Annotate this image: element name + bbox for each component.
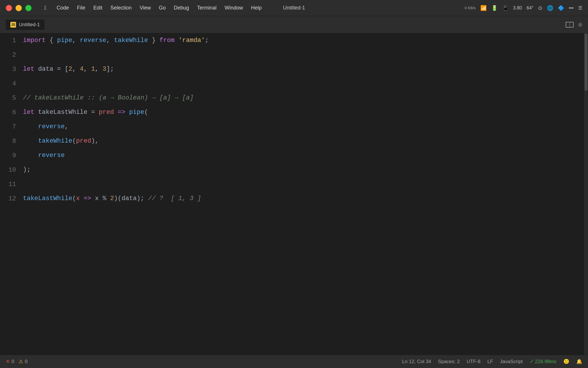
line-number: 5 (0, 95, 23, 102)
line-number: 11 (0, 181, 23, 188)
menu-file[interactable]: File (73, 4, 89, 12)
minimize-button[interactable] (16, 5, 22, 11)
battery-icon: 🔋 (491, 5, 498, 11)
table-row: 12 takeLastWhile(x => x % 2)(data); // ?… (0, 191, 588, 206)
active-tab[interactable]: JS Untitled-1 (6, 20, 45, 30)
code-content: let takeLastWhile = pred => pipe( (23, 105, 148, 120)
line-number: 1 (0, 37, 23, 44)
temp: 64° (527, 5, 533, 11)
split-editor-icon[interactable] (566, 22, 574, 28)
menu-window[interactable]: Window (220, 4, 247, 12)
maximize-button[interactable] (25, 5, 32, 11)
close-button[interactable] (6, 5, 12, 11)
line-number: 3 (0, 66, 23, 73)
menu-view[interactable]: View (136, 4, 155, 12)
tabbar-right (566, 22, 582, 28)
menu-code[interactable]: Code (53, 4, 73, 12)
line-number: 12 (0, 195, 23, 202)
titlebar-right: 0 KB/s 📶 🔋 📱 3.80 64° ⊙ 🌐 🔷 ••• ☰ (465, 5, 582, 11)
table-row: 1 import { pipe, reverse, takeWhile } fr… (0, 33, 588, 48)
table-row: 9 reverse (0, 148, 588, 163)
table-row: 5 // takeLastWhile :: (a → Boolean) → [a… (0, 91, 588, 105)
line-number: 10 (0, 166, 23, 174)
table-row: 7 reverse, (0, 120, 588, 134)
warning-count[interactable]: ⚠ 0 (19, 359, 27, 365)
code-content: takeWhile(pred), (23, 134, 99, 148)
globe-icon: 🌐 (547, 5, 553, 11)
line-number: 7 (0, 123, 23, 131)
line-number: 8 (0, 138, 23, 145)
traffic-lights (6, 5, 32, 11)
tab-filename: Untitled-1 (19, 22, 40, 28)
wifi-icon: 📶 (480, 5, 487, 11)
editor: 1 import { pipe, reverse, takeWhile } fr… (0, 33, 588, 355)
battery-pct: 3.80 (513, 5, 522, 11)
scrollbar[interactable] (584, 33, 588, 355)
code-content: reverse, (23, 120, 68, 134)
status-right: Ln 12, Col 34 Spaces: 2 UTF-8 LF JavaScr… (402, 359, 582, 365)
table-row: 4 (0, 76, 588, 91)
siri-icon: ⊙ (538, 5, 542, 11)
js-lang-icon: JS (10, 22, 16, 28)
code-content: import { pipe, reverse, takeWhile } from… (23, 33, 209, 48)
line-number: 6 (0, 109, 23, 116)
tabbar: JS Untitled-1 (0, 16, 588, 33)
window-title: Untitled-1 (283, 5, 305, 11)
code-area[interactable]: 1 import { pipe, reverse, takeWhile } fr… (0, 33, 588, 355)
line-number: 4 (0, 80, 23, 87)
code-content: takeLastWhile(x => x % 2)(data); // ? [ … (23, 191, 201, 206)
code-content: ); (23, 163, 30, 177)
encoding[interactable]: UTF-8 (467, 359, 480, 365)
error-icon: ✕ (6, 359, 10, 365)
error-count[interactable]: ✕ 0 (6, 359, 14, 365)
menu-terminal[interactable]: Terminal (193, 4, 220, 12)
more-icon: ••• (569, 5, 574, 11)
status-left: ✕ 0 ⚠ 0 (6, 359, 28, 365)
table-row: 6 let takeLastWhile = pred => pipe( (0, 105, 588, 120)
code-content: let data = [2, 4, 1, 3]; (23, 62, 114, 76)
menu-debug[interactable]: Debug (170, 4, 193, 12)
menu-go[interactable]: Go (155, 4, 170, 12)
emoji-icon: 🙂 (563, 359, 569, 365)
statusbar: ✕ 0 ⚠ 0 Ln 12, Col 34 Spaces: 2 UTF-8 LF… (0, 355, 588, 368)
notification-icon: 🔔 (576, 359, 582, 365)
dot-icon (578, 23, 582, 27)
timing: ✓ 228.98ms (530, 359, 556, 365)
menu-selection[interactable]: Selection (106, 4, 136, 12)
error-number: 0 (11, 359, 14, 365)
list-icon: ☰ (578, 5, 582, 11)
warning-icon: ⚠ (19, 359, 23, 365)
table-row: 2 (0, 48, 588, 62)
menu-help[interactable]: Help (247, 4, 266, 12)
warning-number: 0 (25, 359, 27, 365)
cursor-position[interactable]: Ln 12, Col 34 (402, 359, 431, 365)
indentation[interactable]: Spaces: 2 (438, 359, 460, 365)
code-content: reverse (23, 148, 65, 163)
table-row: 8 takeWhile(pred), (0, 134, 588, 148)
table-row: 3 let data = [2, 4, 1, 3]; (0, 62, 588, 76)
menu-edit[interactable]: Edit (89, 4, 106, 12)
table-row: 11 (0, 177, 588, 191)
line-number: 2 (0, 51, 23, 59)
scrollbar-thumb[interactable] (585, 33, 587, 91)
table-row: 10 ); (0, 163, 588, 177)
apple-menu[interactable]:  (40, 3, 50, 12)
finder-icon: 🔷 (558, 5, 564, 11)
titlebar:  Code File Edit Selection View Go Debug… (0, 0, 588, 16)
line-ending[interactable]: LF (487, 359, 493, 365)
language-mode[interactable]: JavaScript (500, 359, 523, 365)
network-up: 0 KB/s (465, 6, 476, 10)
code-content: // takeLastWhile :: (a → Boolean) → [a] … (23, 91, 194, 105)
menu-bar:  Code File Edit Selection View Go Debug… (40, 3, 266, 12)
line-number: 9 (0, 152, 23, 159)
phone-icon: 📱 (502, 5, 508, 11)
